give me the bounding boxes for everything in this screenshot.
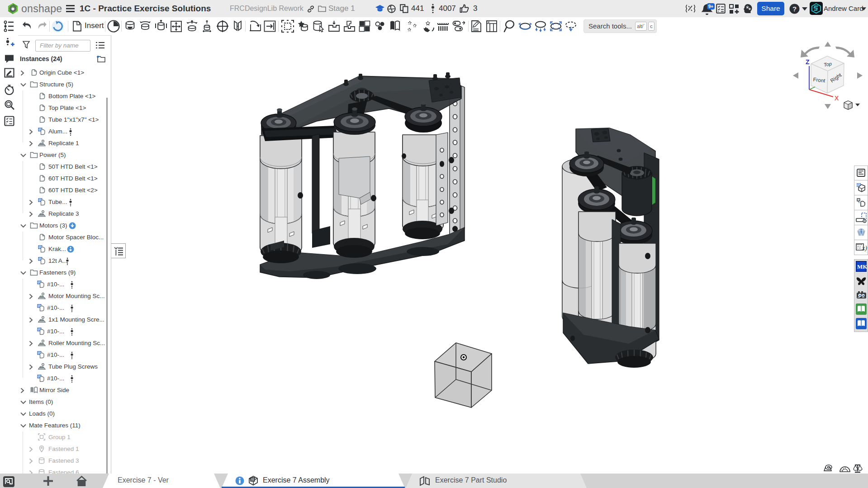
svg-text:?: ? [792, 5, 797, 13]
svg-text:X: X [835, 95, 839, 102]
svg-text:9+: 9+ [708, 4, 714, 9]
svg-text:Z: Z [806, 58, 810, 66]
svg-text:x): x) [862, 245, 867, 252]
